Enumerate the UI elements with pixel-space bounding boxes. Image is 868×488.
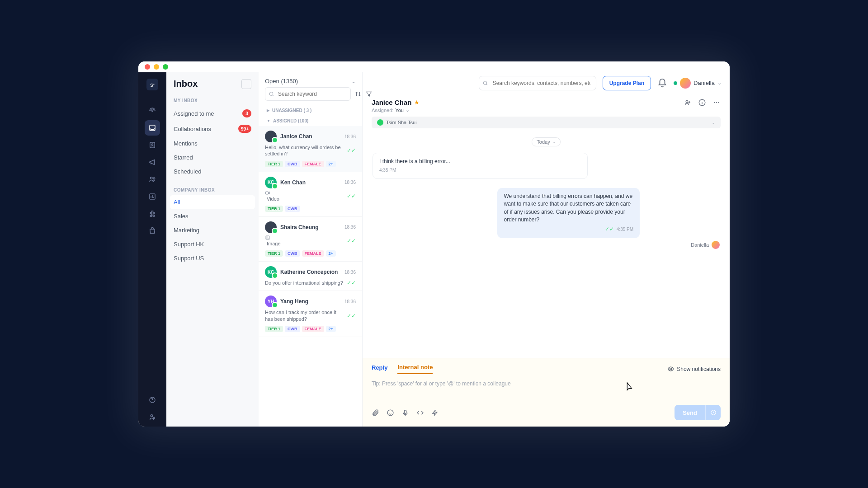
message-preview: Do you offer international shipping?: [265, 280, 344, 286]
add-participant-icon[interactable]: [684, 99, 692, 107]
svg-point-8: [153, 418, 155, 419]
sort-icon[interactable]: [354, 90, 362, 98]
window-maximize-dot[interactable]: [163, 64, 168, 70]
info-icon[interactable]: [698, 99, 706, 107]
composer-tab-internal-note[interactable]: Internal note: [397, 364, 433, 374]
nav-contacts-icon[interactable]: [145, 137, 160, 153]
conversation-item[interactable]: Shaira Cheung18:36Image✓✓TIER 1CWBFEMALE…: [259, 217, 362, 262]
timestamp: 18:36: [344, 225, 356, 230]
sidebar-item-assigned-to-me[interactable]: Assigned to me3: [166, 106, 259, 121]
nav-analytics-icon[interactable]: [145, 189, 160, 204]
window-close-dot[interactable]: [145, 64, 150, 70]
nav-inbox-icon[interactable]: [145, 120, 160, 136]
conversation-list: Open (1350) ⌄ ▶UNASSIGNED ( 3 ) ▼ASSIGNE…: [259, 72, 363, 427]
user-menu[interactable]: Daniella ⌄: [674, 78, 722, 89]
tag: TIER 1: [265, 206, 283, 212]
chevron-down-icon: ⌄: [351, 78, 356, 84]
message-text: We understand that billing errors can ha…: [504, 192, 633, 224]
sender-avatar: [712, 241, 720, 249]
badge: 3: [242, 109, 251, 117]
svg-point-18: [718, 102, 719, 103]
sidebar-item-starred[interactable]: Starred: [166, 150, 259, 164]
conversation-item[interactable]: YHYang Heng18:36How can I track my order…: [259, 291, 362, 337]
conversation-item[interactable]: KCKen Chan18:36Video✓✓TIER 1CWB: [259, 172, 362, 217]
attachment-icon[interactable]: [372, 409, 379, 417]
composer-tab-reply[interactable]: Reply: [372, 364, 387, 374]
section-my-inbox-label: MY INBOX: [166, 95, 259, 106]
incoming-message: I think there is a billing error... 4:35…: [373, 153, 588, 179]
timestamp: 18:36: [344, 270, 356, 275]
user-name: Daniella: [693, 80, 715, 86]
svg-point-16: [714, 102, 715, 103]
upgrade-plan-button[interactable]: Upgrade Plan: [603, 76, 651, 90]
conversation-item[interactable]: Janice Chan18:36Hello, what currency wil…: [259, 126, 362, 172]
day-separator[interactable]: Today⌄: [532, 137, 560, 146]
section-company-label: COMPANY INBOX: [166, 185, 259, 195]
contact-name: Shaira Cheung: [280, 224, 341, 230]
app-window: s* Inbox MY INBOX Assigned to me3Collabo…: [138, 61, 730, 427]
global-search-input[interactable]: [479, 76, 596, 90]
contact-name: Yang Heng: [280, 298, 341, 305]
convlist-filter-dropdown[interactable]: Open (1350) ⌄: [259, 72, 362, 87]
tag: CWB: [285, 326, 300, 332]
chat-header: Janice Chan ★ Assigned: You ⌄: [363, 94, 730, 117]
tag: FEMALE: [302, 161, 324, 167]
sidebar-item-sales[interactable]: Sales: [166, 209, 259, 223]
video-icon: [265, 190, 344, 196]
composer-input[interactable]: Tip: Press 'space' for ai or type '@' to…: [372, 378, 721, 402]
message-preview: Video: [265, 190, 344, 202]
timestamp: 18:36: [344, 134, 356, 139]
nav-settings-icon[interactable]: [145, 409, 160, 425]
svg-point-14: [686, 101, 688, 103]
sidebar-item-label: Mentions: [174, 140, 198, 147]
sidebar-item-marketing[interactable]: Marketing: [166, 223, 259, 237]
conversation-item[interactable]: KCKatherine Concepcion18:36Do you offer …: [259, 262, 362, 291]
nav-commerce-icon[interactable]: [145, 223, 160, 239]
sidebar-collapse-icon[interactable]: [241, 79, 251, 89]
nav-help-icon[interactable]: [145, 392, 160, 408]
app-logo[interactable]: s*: [146, 79, 158, 90]
channel-badge-icon: [272, 272, 278, 279]
microphone-icon[interactable]: [401, 409, 409, 417]
sidebar-item-collaborations[interactable]: Collaborations99+: [166, 121, 259, 136]
nav-people-icon[interactable]: [145, 172, 160, 187]
emoji-icon[interactable]: [387, 409, 394, 417]
notifications-icon[interactable]: [657, 78, 667, 88]
channel-location: Tsim Sha Tsui: [386, 120, 417, 125]
sidebar-item-all[interactable]: All: [170, 195, 255, 209]
nav-extensions-icon[interactable]: [145, 206, 160, 221]
sidebar-item-support-us[interactable]: Support US: [166, 251, 259, 265]
group-unassigned[interactable]: ▶UNASSIGNED ( 3 ): [259, 105, 362, 116]
composer: Reply Internal note Show notifications T…: [363, 358, 730, 427]
channel-badge-icon: [272, 137, 278, 143]
delivered-ticks-icon: ✓✓: [605, 225, 614, 233]
sidebar-item-label: Starred: [174, 154, 193, 161]
avatar: YH: [265, 296, 277, 307]
code-icon[interactable]: [416, 409, 424, 417]
contact-name: Ken Chan: [280, 179, 341, 186]
nav-campaigns-icon[interactable]: [145, 155, 160, 170]
quick-reply-icon[interactable]: [431, 409, 439, 417]
nav-broadcast-icon[interactable]: [145, 103, 160, 118]
tag: CWB: [285, 161, 300, 167]
avatar: [265, 131, 277, 142]
group-assigned[interactable]: ▼ASSIGNED (100): [259, 116, 362, 126]
star-icon[interactable]: ★: [414, 99, 420, 106]
more-icon[interactable]: [712, 99, 721, 107]
tag: TIER 1: [265, 326, 283, 332]
sidebar-item-support-hk[interactable]: Support HK: [166, 237, 259, 251]
assigned-dropdown[interactable]: Assigned: You ⌄: [372, 107, 420, 113]
send-button[interactable]: Send: [675, 405, 705, 420]
main-panel: Upgrade Plan Daniella ⌄ Janice Chan ★: [363, 72, 730, 427]
presence-indicator: [674, 81, 677, 85]
window-minimize-dot[interactable]: [154, 64, 159, 70]
whatsapp-icon: [377, 119, 383, 126]
show-notifications-toggle[interactable]: Show notifications: [667, 366, 721, 372]
convlist-search-input[interactable]: [265, 87, 351, 101]
tag: FEMALE: [302, 326, 324, 332]
topbar: Upgrade Plan Daniella ⌄: [363, 72, 730, 94]
sidebar-item-mentions[interactable]: Mentions: [166, 136, 259, 150]
send-options-button[interactable]: [705, 405, 721, 420]
sidebar-item-scheduled[interactable]: Scheduled: [166, 164, 259, 178]
channel-chip[interactable]: Tsim Sha Tsui ⌄: [372, 117, 721, 128]
